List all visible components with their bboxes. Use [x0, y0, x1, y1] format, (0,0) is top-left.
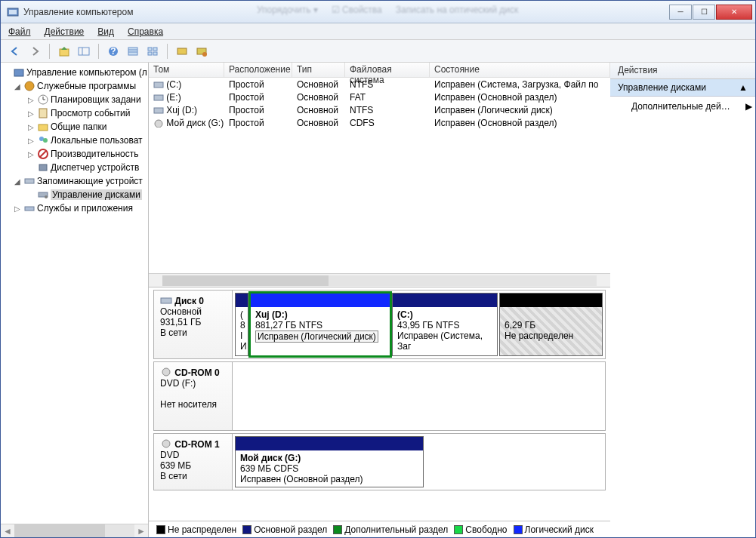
cdrom-icon: [160, 438, 172, 449]
svg-rect-10: [148, 48, 152, 51]
body: Управление компьютером (л ◢Служебные про…: [1, 63, 755, 537]
actions-pane: Действия Управление дисками▲ Дополнитель…: [610, 63, 755, 537]
col-layout[interactable]: Расположение: [224, 63, 292, 77]
tree-services[interactable]: ▷Службы и приложения: [1, 201, 148, 215]
svg-rect-29: [25, 179, 34, 183]
tree: Управление компьютером (л ◢Служебные про…: [1, 63, 148, 524]
actions-header: Действия: [610, 63, 755, 79]
volume-list-header: Том Расположение Тип Файловая система Со…: [149, 63, 610, 78]
svg-point-31: [45, 195, 48, 198]
svg-rect-7: [128, 48, 137, 55]
cdrom-1-row: CD-ROM 1 DVD 639 МБ В сети Мой диск (G:)…: [153, 433, 606, 490]
svg-rect-3: [79, 48, 89, 55]
svg-rect-17: [14, 69, 23, 76]
partition-unallocated[interactable]: 6,29 ГБНе распределен: [499, 293, 603, 356]
cdrom-0-label[interactable]: CD-ROM 0 DVD (F:) Нет носителя: [154, 362, 233, 430]
volume-row[interactable]: Мой диск (G:)ПростойОсновнойCDFSИсправен…: [149, 116, 610, 129]
svg-rect-34: [154, 95, 163, 100]
svg-point-39: [162, 440, 170, 447]
svg-point-16: [202, 52, 207, 57]
center-pane: Том Расположение Тип Файловая система Со…: [149, 63, 610, 537]
list-icon[interactable]: [125, 43, 141, 60]
svg-rect-37: [161, 298, 171, 303]
legend: Не распределен Основной раздел Дополните…: [149, 521, 610, 537]
partition-clipped[interactable]: (8 IИ: [235, 293, 248, 356]
tree-diskmgmt[interactable]: Управление дисками: [1, 188, 148, 201]
volume-row[interactable]: (C:)ПростойОсновнойNTFSИсправен (Система…: [149, 78, 610, 91]
volume-hscroll[interactable]: [149, 273, 610, 287]
col-status[interactable]: Состояние: [430, 63, 610, 77]
minimize-button[interactable]: ─: [669, 5, 692, 20]
tree-devmgr[interactable]: Диспетчер устройств: [1, 161, 148, 174]
action2-icon[interactable]: [193, 43, 210, 60]
menu-help[interactable]: Справка: [128, 26, 163, 37]
svg-rect-28: [39, 164, 47, 171]
menu-view[interactable]: Вид: [97, 26, 114, 37]
svg-rect-32: [25, 207, 34, 211]
tree-pane: Управление компьютером (л ◢Служебные про…: [1, 63, 149, 537]
tree-perf[interactable]: ▷Производительность: [1, 147, 148, 161]
svg-rect-14: [177, 48, 187, 54]
toolbar: ?: [1, 40, 755, 63]
svg-point-25: [43, 138, 48, 143]
tree-events[interactable]: ▷Просмотр событий: [1, 106, 148, 120]
svg-text:?: ?: [110, 46, 116, 57]
col-type[interactable]: Тип: [292, 63, 345, 77]
app-icon: [7, 6, 19, 18]
svg-line-27: [40, 151, 46, 157]
tree-scheduler[interactable]: ▷Планировщик задани: [1, 93, 148, 106]
menu-action[interactable]: Действие: [45, 26, 85, 37]
svg-point-38: [162, 368, 170, 376]
svg-rect-11: [153, 48, 157, 51]
menu-file[interactable]: Файл: [8, 26, 31, 37]
disk-graphic-area: Диск 0 Основной 931,51 ГБ В сети (8 IИ X…: [149, 287, 610, 521]
volume-list-body: (C:)ПростойОсновнойNTFSИсправен (Система…: [149, 78, 610, 273]
titlebar[interactable]: Управление компьютером Упорядочить ▾☑ Св…: [1, 1, 755, 23]
actions-more[interactable]: Дополнительные дей…▶: [610, 97, 755, 116]
tree-shared[interactable]: ▷Общие папки: [1, 120, 148, 134]
help-icon[interactable]: ?: [105, 43, 122, 60]
svg-rect-35: [154, 108, 163, 113]
forward-button[interactable]: [26, 43, 43, 60]
col-fs[interactable]: Файловая система: [345, 63, 430, 77]
svg-point-36: [155, 120, 162, 128]
back-button[interactable]: [7, 43, 23, 60]
disk-0-row: Диск 0 Основной 931,51 ГБ В сети (8 IИ X…: [153, 290, 606, 359]
tree-hscroll[interactable]: ◄►: [1, 524, 148, 537]
tree-system-tools[interactable]: ◢Служебные программы: [1, 79, 148, 93]
app-window: Управление компьютером Упорядочить ▾☑ Св…: [0, 0, 756, 538]
blurred-bg-text: Упорядочить ▾☑ СвойстваЗаписать на оптич…: [257, 5, 518, 15]
chevron-right-icon: ▶: [745, 101, 752, 112]
volume-list: Том Расположение Тип Файловая система Со…: [149, 63, 610, 287]
tree-root[interactable]: Управление компьютером (л: [1, 66, 148, 79]
svg-rect-2: [60, 49, 69, 56]
svg-rect-12: [148, 52, 152, 55]
maximize-button[interactable]: ☐: [693, 5, 715, 20]
tiles-icon[interactable]: [144, 43, 161, 60]
tree-storage[interactable]: ◢Запоминающие устройст: [1, 174, 148, 188]
partition-g[interactable]: Мой диск (G:)639 МБ CDFSИсправен (Основн…: [235, 436, 424, 487]
actions-subheader[interactable]: Управление дисками▲: [610, 79, 755, 97]
col-volume[interactable]: Том: [149, 63, 224, 77]
collapse-icon: ▲: [739, 82, 748, 93]
tree-users[interactable]: ▷Локальные пользоват: [1, 134, 148, 147]
disk-0-label[interactable]: Диск 0 Основной 931,51 ГБ В сети: [154, 291, 233, 358]
svg-rect-22: [39, 109, 47, 118]
cdrom-icon: [160, 367, 172, 377]
svg-rect-33: [154, 82, 163, 88]
svg-rect-23: [39, 125, 48, 131]
pane-icon[interactable]: [76, 43, 92, 60]
cdrom-0-row: CD-ROM 0 DVD (F:) Нет носителя: [153, 361, 606, 431]
menubar: Файл Действие Вид Справка: [1, 23, 755, 40]
svg-point-18: [25, 81, 34, 91]
up-icon[interactable]: [56, 43, 73, 60]
partition-d[interactable]: Xuj (D:)881,27 ГБ NTFSИсправен (Логическ…: [250, 293, 390, 356]
volume-row[interactable]: Xuj (D:)ПростойОсновнойNTFSИсправен (Лог…: [149, 103, 610, 116]
volume-row[interactable]: (E:)ПростойОсновнойFATИсправен (Основной…: [149, 91, 610, 103]
close-button[interactable]: ✕: [716, 5, 752, 20]
svg-rect-1: [9, 10, 17, 14]
action1-icon[interactable]: [174, 43, 190, 60]
hdd-icon: [160, 295, 172, 306]
partition-c[interactable]: (C:)43,95 ГБ NTFSИсправен (Система, Заг: [392, 293, 498, 356]
cdrom-1-label[interactable]: CD-ROM 1 DVD 639 МБ В сети: [154, 434, 233, 490]
